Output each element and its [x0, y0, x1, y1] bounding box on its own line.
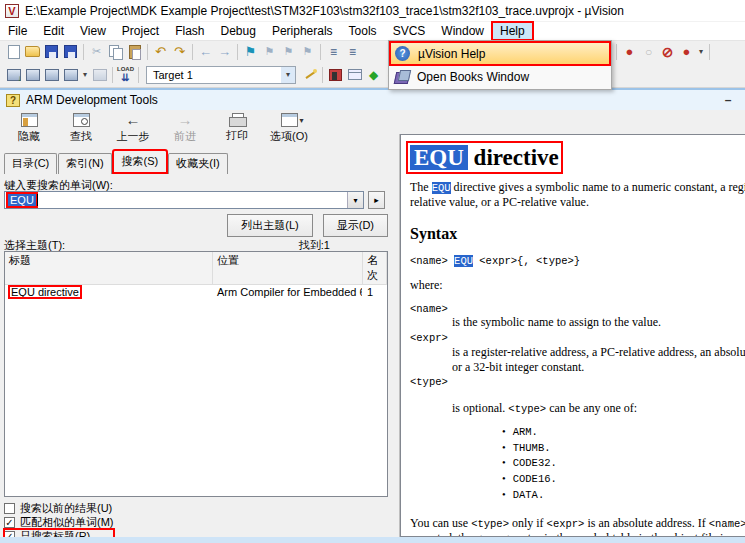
rebuild-icon[interactable]	[42, 66, 61, 83]
save-icon[interactable]	[42, 43, 61, 60]
result-rank: 1	[363, 285, 387, 299]
next-bookmark-icon[interactable]: ⚑	[279, 43, 298, 60]
locate-label: 查找	[70, 129, 92, 144]
save-all-icon[interactable]	[61, 43, 80, 60]
menu-view[interactable]: View	[72, 22, 114, 40]
menu-help[interactable]: Help	[492, 22, 533, 40]
target-dropdown-icon[interactable]: ▾	[281, 67, 295, 83]
toolbar-separator	[237, 44, 238, 60]
indent-icon[interactable]: ≡	[324, 43, 343, 60]
tab-contents[interactable]: 目录(C)	[4, 153, 57, 174]
manage-rte-icon[interactable]: ◆	[364, 66, 383, 83]
target-selector-value: Target 1	[153, 69, 193, 81]
checkbox-match-similar[interactable]: 匹配相似的单词(M)	[4, 515, 114, 529]
menu-flash[interactable]: Flash	[167, 22, 212, 40]
window-layout-icon[interactable]	[345, 66, 364, 83]
debug-session-icon[interactable]	[326, 66, 345, 83]
search-input-value: EQU	[8, 194, 36, 206]
insert-breakpoint-icon[interactable]: ●	[620, 43, 639, 60]
checkbox-icon[interactable]	[4, 517, 15, 528]
menu-debug[interactable]: Debug	[213, 22, 264, 40]
cut-icon[interactable]: ✂	[87, 43, 106, 60]
options-button[interactable]: 选项(O)	[268, 113, 310, 144]
forward-button[interactable]: → 前进	[164, 113, 206, 144]
column-location[interactable]: 位置	[213, 252, 363, 285]
menu-peripherals[interactable]: Peripherals	[264, 22, 341, 40]
target-selector[interactable]: Target 1 ▾	[146, 66, 296, 84]
search-results-list: 标题 位置 名次 EQU directive Arm Compiler for …	[4, 251, 388, 497]
menu-tools[interactable]: Tools	[341, 22, 385, 40]
tab-search[interactable]: 搜索(S)	[113, 150, 168, 173]
intro-paragraph: The EQU directive gives a symbolic name …	[410, 180, 745, 209]
list-topics-button[interactable]: 列出主题(L)	[227, 214, 312, 237]
minimize-button[interactable]: –	[719, 93, 737, 107]
paste-icon[interactable]	[125, 43, 144, 60]
type-option: THUMB.	[502, 442, 745, 455]
new-file-icon[interactable]	[4, 43, 23, 60]
open-file-icon[interactable]	[23, 43, 42, 60]
kill-breakpoints-icon[interactable]: ⊘	[658, 43, 677, 60]
breakpoint-dropdown-icon[interactable]: ▾	[696, 47, 706, 56]
build-toolbar: ↓ ▾ LOAD⇊ Target 1 ▾ ◆ ◆	[0, 62, 745, 88]
search-history-dropdown-icon[interactable]: ▾	[347, 192, 363, 208]
redo-icon[interactable]: ↷	[170, 43, 189, 60]
menu-item-open-books-window[interactable]: Open Books Window	[390, 65, 610, 88]
checkbox-search-previous[interactable]: 搜索以前的结果(U)	[4, 501, 114, 515]
column-title[interactable]: 标题	[5, 252, 213, 285]
menu-project[interactable]: Project	[114, 22, 167, 40]
toolbar-separator	[709, 44, 710, 60]
back-button[interactable]: ← 上一步	[112, 113, 154, 144]
clear-bookmarks-icon[interactable]: ⚑	[298, 43, 317, 60]
window-title: E:\Example Project\MDK Example Project\t…	[25, 4, 624, 18]
help-document: EQU directive The EQU directive gives a …	[401, 135, 745, 537]
result-row-equ-directive[interactable]: EQU directive Arm Compiler for Embedded …	[5, 285, 387, 299]
type-option: DATA.	[502, 489, 745, 502]
translate-icon[interactable]: ↓	[4, 66, 23, 83]
display-button[interactable]: 显示(D)	[323, 214, 388, 237]
build-icon[interactable]	[23, 66, 42, 83]
menu-edit[interactable]: Edit	[35, 22, 72, 40]
batch-build-dropdown-icon[interactable]: ▾	[80, 70, 90, 79]
toolbar-separator	[616, 44, 617, 60]
pane-splitter[interactable]	[392, 134, 400, 537]
prev-bookmark-icon[interactable]: ⚑	[260, 43, 279, 60]
batch-build-icon[interactable]	[61, 66, 80, 83]
print-button[interactable]: 打印	[216, 113, 258, 143]
copy-icon[interactable]	[106, 43, 125, 60]
param-type-def: is optional. <type> can be any one of:	[452, 401, 745, 416]
download-icon[interactable]: LOAD⇊	[116, 66, 135, 83]
options-icon	[281, 113, 298, 127]
toolbar-separator	[112, 67, 113, 83]
menu-svcs[interactable]: SVCS	[385, 22, 434, 40]
menu-window[interactable]: Window	[433, 22, 492, 40]
type-options-list: ARM. THUMB. CODE32. CODE16. DATA.	[502, 426, 745, 502]
stop-build-icon[interactable]	[90, 66, 109, 83]
navigate-forward-icon[interactable]: →	[215, 43, 234, 60]
type-option: ARM.	[502, 426, 745, 439]
help-window-titlebar: ? ARM Development Tools –	[0, 90, 745, 110]
menu-item-uvision-help[interactable]: ? µVision Help	[390, 42, 610, 65]
tab-index[interactable]: 索引(N)	[58, 153, 111, 174]
search-operators-button[interactable]: ▸	[368, 191, 385, 209]
enable-breakpoint-icon[interactable]: ○	[639, 43, 658, 60]
navigate-back-icon[interactable]: ←	[196, 43, 215, 60]
undo-icon[interactable]: ↶	[151, 43, 170, 60]
param-name-term: <name>	[410, 303, 745, 316]
menu-file[interactable]: File	[0, 22, 35, 40]
type-option: CODE16.	[502, 473, 745, 486]
navigation-tabs: 目录(C) 索引(N) 搜索(S) 收藏夹(I)	[4, 152, 229, 173]
disable-breakpoints-icon[interactable]: ●	[677, 43, 696, 60]
search-input[interactable]: EQU ▾	[4, 191, 364, 209]
menubar: File Edit View Project Flash Debug Perip…	[0, 22, 745, 40]
param-name-def: is the symbolic name to assign to the va…	[452, 315, 745, 330]
column-rank[interactable]: 名次	[363, 252, 387, 285]
outdent-icon[interactable]: ≡	[343, 43, 362, 60]
checkbox-icon[interactable]	[4, 503, 15, 514]
insert-bookmark-icon[interactable]: ⚑	[241, 43, 260, 60]
hide-button[interactable]: 隐藏	[8, 113, 50, 144]
tab-favorites[interactable]: 收藏夹(I)	[168, 153, 227, 174]
open-books-icon	[394, 70, 409, 83]
locate-button[interactable]: 查找	[60, 113, 102, 144]
target-options-icon[interactable]	[300, 66, 319, 83]
checkbox-label: 搜索以前的结果(U)	[20, 501, 112, 516]
